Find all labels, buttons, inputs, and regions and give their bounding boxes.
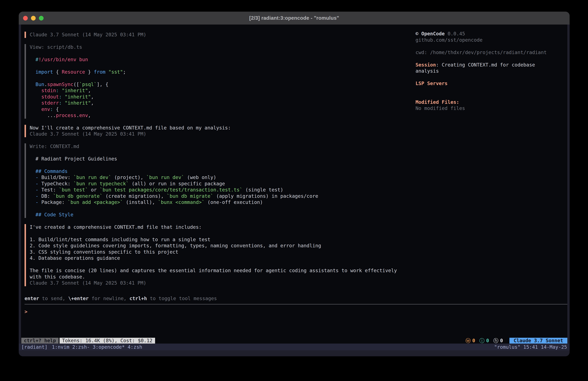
hint-icon: ⓗ: [493, 338, 499, 344]
text-segment: (single test): [243, 187, 283, 193]
text-segment: :: [59, 100, 62, 106]
terminal-line: Claude 3.7 Sonnet (14 May 2025 03:41 PM): [30, 280, 409, 286]
terminal-line: cwd: /home/thdxr/dev/projects/radiant/ra…: [416, 49, 567, 56]
terminal-line: ## Code Style: [30, 212, 409, 218]
text-segment: stderr: [30, 100, 59, 106]
keybind-help-line: enter to send, \+enter for newline, ctrl…: [24, 295, 567, 302]
text-segment: Claude 3.7 Sonnet (14 May 2025 03:41 PM): [30, 280, 146, 286]
text-segment: "inherit": [59, 88, 88, 93]
text-segment: :: [50, 106, 53, 112]
text-segment: ,: [88, 112, 91, 118]
tmux-window-4[interactable]: 4:zsh: [128, 344, 142, 350]
text-segment: to toggle tool messages: [147, 296, 217, 301]
terminal-line: github.com/sst/opencode: [416, 37, 567, 43]
tool-write-block: Write: CONTEXT.md # Radiant Project Guid…: [24, 143, 409, 218]
terminal-line: I've created a comprehensive CONTEXT.md …: [30, 224, 409, 230]
text-segment: #: [30, 57, 38, 62]
tmux-window-2[interactable]: 2:zsh-: [72, 344, 90, 350]
text-segment: !/usr/bin/env bun: [38, 57, 88, 62]
terminal-line: [30, 75, 409, 81]
text-segment: LSP Servers: [416, 81, 448, 86]
terminal-line: © OpenCode 0.0.45: [416, 31, 567, 37]
input-zone: enter to send, \+enter for newline, ctrl…: [24, 295, 567, 315]
text-segment: "inherit": [62, 94, 91, 100]
text-segment: {: [53, 69, 62, 75]
text-segment: No modified files: [416, 105, 465, 111]
text-segment: stdin: [30, 88, 56, 93]
opencode-tui: Claude 3.7 Sonnet (14 May 2025 03:41 PM)…: [21, 24, 567, 338]
text-segment: "inherit": [62, 100, 91, 106]
text-segment: `bunx <command>`: [158, 199, 205, 205]
terminal-line: Claude 3.7 Sonnet (14 May 2025 03:41 PM): [30, 131, 409, 137]
text-segment: (install),: [123, 199, 158, 205]
prompt-input[interactable]: >: [24, 309, 567, 315]
text-segment: spawnSync: [47, 82, 73, 87]
text-segment: ;: [123, 69, 126, 75]
text-segment: `bun run dev`: [146, 175, 184, 180]
text-segment: 0.0.45: [445, 31, 465, 37]
text-segment: `bun test packages/core/test/transaction…: [100, 187, 243, 193]
window-titlebar: [2/3] radiant:3:opencode - "romulus": [19, 12, 570, 24]
hint-count: 0: [500, 338, 503, 344]
text-segment: TypeCheck:: [41, 181, 73, 186]
text-segment: 3. CSS styling conventions specific to t…: [30, 249, 178, 255]
text-segment: .: [44, 82, 47, 87]
info-count: 0: [486, 338, 489, 344]
text-segment: process: [56, 112, 76, 118]
text-segment: : Creating CONTEXT.md for codebase: [436, 62, 535, 68]
window-bottom-padding: [19, 350, 570, 356]
text-segment: 2. Code style guidelines covering import…: [30, 243, 321, 248]
text-segment: env: [79, 112, 88, 118]
text-segment: ## Commands: [30, 168, 68, 174]
text-segment: to send,: [39, 296, 68, 301]
text-segment: Write: CONTEXT.md: [30, 143, 79, 149]
terminal-line: Write: CONTEXT.md: [30, 143, 409, 150]
terminal-line: [30, 261, 409, 268]
text-segment: with this codebase.: [30, 274, 85, 280]
input-divider: [24, 304, 567, 304]
minimize-button[interactable]: [31, 16, 36, 21]
terminal-line: #!/usr/bin/env bun: [30, 57, 409, 63]
warning-count: 0: [472, 338, 475, 344]
text-segment: ,: [91, 94, 94, 100]
text-segment: ## Code Style: [30, 212, 73, 218]
terminal-line: - TypeCheck: `bun run typecheck` (all) o…: [30, 181, 409, 187]
diagnostics-info: ⓘ0: [479, 338, 489, 344]
terminal-line: [30, 150, 409, 156]
terminal-line: LSP Servers: [416, 80, 567, 87]
text-segment: (project),: [111, 175, 146, 180]
terminal-line: [30, 230, 409, 237]
text-segment: 1. Build/lint/test commands including ho…: [30, 237, 210, 242]
text-segment: Session: [416, 62, 436, 68]
text-segment: ,: [88, 88, 91, 93]
text-segment: import: [30, 69, 53, 75]
text-segment: The file is concise (20 lines) and captu…: [30, 268, 397, 273]
zoom-button[interactable]: [39, 16, 43, 21]
diagnostics-warnings: ⓦ0: [465, 338, 475, 344]
tmux-status-bar: [radiant] 1:nvim 2:zsh- 3:opencode* 4:zs…: [19, 344, 570, 350]
terminal-line: Modified Files:: [416, 99, 567, 105]
text-segment: ([: [73, 82, 79, 87]
terminal-line: 4. Database operations guidance: [30, 255, 409, 261]
text-segment: `bun db generate`: [53, 193, 103, 199]
terminal-line: [416, 93, 567, 99]
text-segment: from: [94, 69, 108, 75]
text-segment: \+enter: [68, 296, 89, 301]
text-segment: Package:: [41, 199, 68, 205]
close-button[interactable]: [23, 16, 28, 21]
tmux-window-3[interactable]: 3:opencode*: [93, 344, 125, 350]
terminal-line: ## Commands: [30, 168, 409, 175]
assistant-message: Now I'll create a comprehensive CONTEXT.…: [24, 125, 409, 137]
help-hint-chip: ctrl+? help: [21, 338, 59, 344]
text-segment: Now I'll create a comprehensive CONTEXT.…: [30, 125, 231, 131]
text-segment: Bun: [30, 82, 44, 87]
terminal-line: [30, 205, 409, 212]
text-segment: or: [88, 187, 100, 193]
status-spacer: [155, 338, 465, 344]
text-segment: (one-off execution): [205, 199, 263, 205]
terminal-line: analysis: [416, 68, 567, 74]
tmux-window-1[interactable]: 1:nvim: [52, 344, 69, 350]
terminal-line: stderr: "inherit",: [30, 100, 409, 106]
tmux-right-status: "romulus" 15:41 14-May-25: [494, 344, 567, 350]
chat-log: Claude 3.7 Sonnet (14 May 2025 03:41 PM)…: [24, 32, 409, 292]
